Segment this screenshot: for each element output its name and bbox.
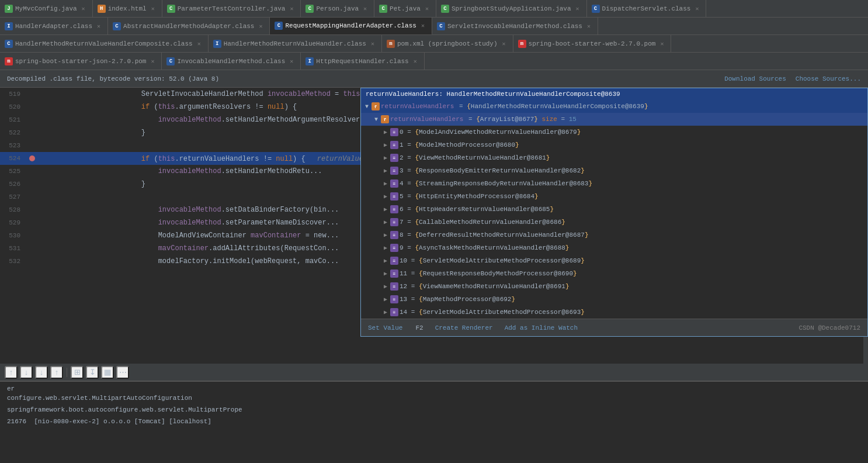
debug-key-root: returnValueHandlers (381, 103, 454, 110)
tab-index[interactable]: H index.html ✕ (93, 0, 162, 18)
tab-label-handleradapter: HandlerAdapter.class (15, 23, 92, 30)
tab-springbootweb[interactable]: m spring-boot-starter-web-2.7.0.pom ✕ (513, 35, 672, 53)
tab-close-springbootjson[interactable]: ✕ (148, 57, 157, 65)
tool-up2-btn[interactable]: ↑ (50, 366, 63, 379)
expand-arrow-9: ▶ (382, 244, 389, 251)
tab-label-person: Person.java (316, 5, 359, 12)
create-renderer-btn[interactable]: Create Renderer (435, 324, 493, 331)
tab-springbootjson[interactable]: m spring-boot-starter-json-2.7.0.pom ✕ (0, 53, 162, 70)
debug-item-14[interactable]: ▶ ≡ 14 = {ServletModelAttributeMethodPro… (361, 306, 867, 319)
tab-close-handlermethodhandler[interactable]: ✕ (369, 40, 377, 48)
expand-arrow-13: ▶ (382, 296, 389, 303)
tab-close-servletinvocable[interactable]: ✕ (585, 22, 593, 30)
debug-item-9[interactable]: ▶ ≡ 9 = {AsyncTaskMethodReturnValueHandl… (361, 241, 867, 254)
tab-handleradapter[interactable]: I HandlerAdapter.class ✕ (0, 18, 108, 35)
debug-val-9: 9 = {AsyncTaskMethodReturnValueHandler@8… (400, 244, 569, 251)
debug-item-6[interactable]: ▶ ≡ 6 = {HttpHeadersReturnValueHandler@8… (361, 203, 867, 216)
tool-down-btn[interactable]: ↓ (20, 366, 33, 379)
tab-close-springbootweb[interactable]: ✕ (658, 40, 666, 48)
tab-httprequesthandler[interactable]: I HttpRequestHandler.class ✕ (301, 53, 424, 70)
tool-down2-btn[interactable]: ↓ (35, 366, 48, 379)
code-editor: 519 ServletInvocableHandlerMethod invoca… (0, 88, 868, 364)
tab-close-pet[interactable]: ✕ (423, 5, 431, 13)
debug-item-11[interactable]: ▶ ≡ 11 = {RequestResponseBodyMethodProce… (361, 267, 867, 280)
field-icon-2: ≡ (390, 154, 398, 162)
set-value-btn[interactable]: Set Value (368, 324, 402, 331)
tab-label-paramtest: ParameterTestController.java (178, 5, 286, 12)
line-num-530: 530 (0, 232, 26, 239)
tab-mymvc[interactable]: J MyMvcConfig.java ✕ (0, 0, 93, 18)
tool-down3-btn[interactable]: ↧ (86, 366, 99, 379)
tab-close-handlermethodreturn[interactable]: ✕ (195, 40, 203, 48)
tab-icon-index: H (98, 5, 106, 13)
tab-icon-pom: m (387, 40, 395, 48)
tab-close-handleradapter[interactable]: ✕ (95, 22, 103, 30)
tab-requestmapping[interactable]: C RequestMappingHandlerAdapter.class ✕ (270, 18, 432, 35)
debug-item-7[interactable]: ▶ ≡ 7 = {CallableMethodReturnValueHandle… (361, 216, 867, 229)
line-num-523: 523 (0, 142, 26, 149)
tool-grid-btn[interactable]: ⊞ (71, 366, 84, 379)
tab-close-abstracthandler[interactable]: ✕ (256, 22, 265, 30)
tab-close-springboot[interactable]: ✕ (574, 5, 582, 13)
choose-sources-btn[interactable]: Choose Sources... (796, 75, 861, 82)
debug-item-8[interactable]: ▶ ≡ 8 = {DeferredResultMethodReturnValue… (361, 229, 867, 241)
debug-child-item[interactable]: ▼ f returnValueHandlers = {ArrayList@867… (361, 113, 867, 126)
bottom-text-4: springframework.boot.autoconfigure.web.s… (0, 405, 868, 414)
debug-root-item[interactable]: ▼ f returnValueHandlers = {HandlerMethod… (361, 100, 867, 113)
tab-servletinvocable[interactable]: C ServletInvocableHandlerMethod.class ✕ (432, 18, 598, 35)
tab-close-pom[interactable]: ✕ (500, 40, 508, 48)
tab-label-requestmapping: RequestMappingHandlerAdapter.class (285, 22, 416, 29)
debug-item-1[interactable]: ▶ ≡ 1 = {ModelMethodProcessor@8680} (361, 139, 867, 151)
tab-pom[interactable]: m pom.xml (springboot-study) ✕ (382, 35, 513, 53)
tab-icon-requestmapping: C (275, 22, 283, 30)
tab-icon-springboot: C (441, 5, 449, 13)
line-num-525: 525 (0, 168, 26, 175)
field-icon-14: ≡ (390, 308, 398, 316)
debug-item-4[interactable]: ▶ ≡ 4 = {StreamingResponseBodyReturnValu… (361, 177, 867, 190)
tab-dispatcher[interactable]: C DispatcherServlet.class ✕ (587, 0, 707, 18)
watermark-text: CSDN @Decade0712 (798, 324, 860, 331)
tab-person[interactable]: C Person.java ✕ (301, 0, 374, 18)
info-bar: Decompiled .class file, bytecode version… (0, 70, 868, 88)
tab-close-dispatcher[interactable]: ✕ (693, 5, 701, 13)
tab-handlermethodhandler[interactable]: I HandlerMethodReturnValueHandler.class … (209, 35, 382, 53)
add-inline-btn[interactable]: Add as Inline Watch (505, 324, 578, 331)
tab-close-index[interactable]: ✕ (149, 5, 157, 13)
line-num-531: 531 (0, 245, 26, 252)
tab-row-3: C HandlerMethodReturnValueHandlerComposi… (0, 35, 868, 53)
debug-item-10[interactable]: ▶ ≡ 10 = {ServletModelAttributeMethodPro… (361, 254, 867, 267)
debug-val-7: 7 = {CallableMethodReturnValueHandler@86… (400, 219, 565, 226)
download-sources-btn[interactable]: Download Sources (724, 75, 786, 82)
set-value-key: F2 (415, 324, 423, 331)
tab-handlermethodreturn[interactable]: C HandlerMethodReturnValueHandlerComposi… (0, 35, 209, 53)
tab-close-requestmapping[interactable]: ✕ (419, 22, 427, 30)
tab-close-person[interactable]: ✕ (361, 5, 369, 13)
tab-paramtest[interactable]: C ParameterTestController.java ✕ (162, 0, 301, 18)
debug-item-12[interactable]: ▶ ≡ 12 = {ViewNameMethodReturnValueHandl… (361, 280, 867, 293)
tool-up-btn[interactable]: ↑ (5, 366, 18, 379)
tab-close-httprequesthandler[interactable]: ✕ (411, 57, 419, 65)
expand-arrow-11: ▶ (382, 270, 389, 277)
debug-item-3[interactable]: ▶ ≡ 3 = {ResponseBodyEmitterReturnValueH… (361, 164, 867, 177)
line-num-520: 520 (0, 103, 26, 110)
tab-label-handlermethodhandler: HandlerMethodReturnValueHandler.class (224, 40, 366, 47)
tab-springboot[interactable]: C SpringbootStudyApplication.java ✕ (436, 0, 587, 18)
tab-pet[interactable]: C Pet.java ✕ (374, 0, 436, 18)
debug-item-5[interactable]: ▶ ≡ 5 = {HttpEntityMethodProcessor@8684} (361, 190, 867, 203)
tool-dots-btn[interactable]: ⋯ (116, 366, 129, 379)
tab-close-mymvc[interactable]: ✕ (79, 5, 88, 13)
tab-abstracthandler[interactable]: C AbstractHandlerMethodAdapter.class ✕ (108, 18, 270, 35)
tab-invocablehandler[interactable]: C InvocableHandlerMethod.class ✕ (162, 53, 301, 70)
debug-tree[interactable]: ▼ f returnValueHandlers = {HandlerMethod… (361, 100, 867, 319)
debug-item-2[interactable]: ▶ ≡ 2 = {ViewMethodReturnValueHandler@86… (361, 151, 867, 164)
tab-icon-springbootjson: m (5, 57, 13, 65)
line-num-524: 524 (0, 155, 26, 162)
expand-arrow-6: ▶ (382, 206, 389, 213)
debug-item-0[interactable]: ▶ ≡ 0 = {ModelAndViewMethodReturnValueHa… (361, 126, 867, 139)
tool-table-btn[interactable]: ▦ (101, 366, 114, 379)
field-icon-10: ≡ (390, 257, 398, 265)
tab-close-invocablehandler[interactable]: ✕ (287, 57, 296, 65)
tab-close-paramtest[interactable]: ✕ (287, 5, 296, 13)
debug-item-13[interactable]: ▶ ≡ 13 = {MapMethodProcessor@8692} (361, 293, 867, 306)
expand-arrow-4: ▶ (382, 180, 389, 187)
